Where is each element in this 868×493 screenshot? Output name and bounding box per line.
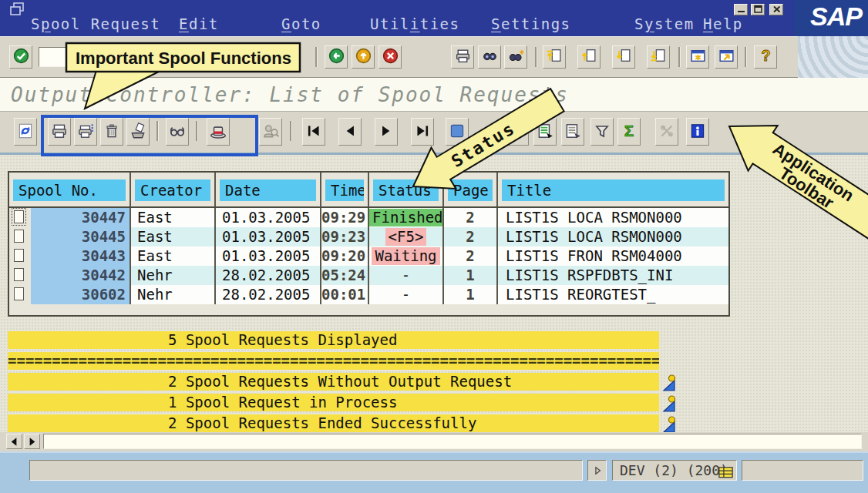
first-item-button[interactable] [302,118,325,146]
horizontal-scrollbar[interactable] [0,432,868,451]
spool-number[interactable]: 30602 [31,285,130,304]
page-down-button[interactable] [612,45,635,69]
cancel-button[interactable] [378,45,402,69]
row-select-checkbox[interactable] [14,268,24,281]
message-text: 1 Spool Request in Process [8,394,659,411]
services-list-icon[interactable] [718,464,733,477]
message-text: 2 Spool Requests Without Output Request [8,373,659,391]
spool-detail-person-icon[interactable] [662,395,678,413]
output-device-button[interactable] [207,118,230,146]
minimize-button[interactable] [734,4,748,15]
row-select-checkbox[interactable] [14,230,24,243]
close-button[interactable] [769,4,783,15]
display-details-icon [564,122,582,143]
spool-number[interactable]: 30442 [31,266,130,285]
spool-number[interactable]: 30443 [31,246,130,266]
column-header-page[interactable]: Page [444,173,498,206]
print-with-params-button[interactable] [74,118,97,146]
creator-cell: East [131,246,216,266]
delete-button[interactable] [100,118,123,146]
content-area: Spool No.CreatorDateTimeStatusPageTitle3… [0,155,868,432]
message-text: 5 Spool Requests Displayed [8,331,659,349]
sort-descending-button[interactable] [506,118,529,146]
date-cell: 01.03.2005 [216,208,321,227]
title-cell: LIST1S LOCA RSMON000 [498,227,728,246]
spool-detail-person-icon[interactable] [662,374,678,392]
menu-help[interactable]: Help [703,15,743,34]
menu-spool-request[interactable]: Spool Request [31,15,160,34]
close-icon [771,4,782,16]
status-badge: Finished [369,209,444,226]
menu-goto[interactable]: Goto [281,15,321,34]
command-field[interactable] [39,47,181,67]
spool-number[interactable]: 30447 [31,208,130,227]
new-session-button[interactable] [686,45,709,69]
display-list-button[interactable] [533,118,557,146]
table-row: 30447East01.03.200509:29Finished2LIST1S … [9,208,728,227]
row-select-checkbox[interactable] [14,210,24,223]
status-extra-field [742,460,863,481]
column-header-status[interactable]: Status [369,173,444,206]
minimize-icon [735,4,747,16]
status-expand-button[interactable] [587,460,607,481]
scroll-left-button[interactable] [6,434,22,449]
sum-button[interactable]: Σ [617,118,641,146]
page-cell: 2 [444,227,498,246]
column-header-spool-no-[interactable]: Spool No. [9,173,131,206]
print-button[interactable] [451,45,474,69]
column-header-time[interactable]: Time [321,173,369,206]
last-page-button[interactable] [647,45,670,69]
spool-number[interactable]: 30445 [31,227,130,246]
info-button[interactable] [686,118,709,146]
page-up-button[interactable] [577,45,601,69]
find-next-button[interactable] [504,45,527,69]
print-directly-button[interactable] [48,118,71,146]
table-row: 30443East01.03.200509:20Waiting2LIST1S F… [9,246,728,266]
help-icon: ? [757,47,775,67]
create-shortcut-button[interactable] [715,45,738,69]
menu-edit[interactable]: Edit [179,15,219,34]
display-list-icon [536,122,554,143]
toolbar-separator [290,121,291,141]
sap-gui-window: Spool RequestEditGotoUtilitiesSettingsSy… [0,0,868,493]
filter-button[interactable] [590,118,614,146]
column-header-creator[interactable]: Creator [131,173,216,206]
page-down-icon [615,47,633,67]
next-item-button[interactable] [375,118,398,146]
column-header-date[interactable]: Date [216,173,321,206]
toolbar-separator [535,47,537,67]
menu-utilities[interactable]: Utilities [370,15,459,34]
help-button[interactable]: ? [754,45,777,69]
back-button[interactable] [325,45,348,69]
disabled-action-icon [658,122,676,143]
title-cell: LIST1S REORGTEST_ [498,285,728,304]
insert-page-button[interactable] [126,118,150,146]
enter-button[interactable] [9,45,32,69]
page-up-icon [580,47,598,67]
menu-system[interactable]: System [634,15,695,34]
row-select-checkbox[interactable] [14,249,24,262]
spool-detail-person-icon[interactable] [662,416,678,434]
column-header-title[interactable]: Title [498,173,728,206]
last-page-icon [650,47,668,67]
first-item-icon [304,122,323,143]
refresh-button[interactable] [14,118,37,146]
sort-ascending-button[interactable] [446,118,469,146]
system-session-field[interactable]: DEV (2) (200) [612,460,737,481]
display-contents-button[interactable] [166,118,189,146]
next-item-icon [377,122,395,143]
find-button[interactable] [478,45,501,69]
last-item-button[interactable] [411,118,434,146]
window-system-icon[interactable] [9,2,26,17]
maximize-button[interactable] [751,4,765,15]
scrollbar-track[interactable] [43,434,862,449]
first-page-button[interactable] [543,45,566,69]
row-select-checkbox[interactable] [14,287,24,300]
previous-item-button[interactable] [338,118,362,146]
scroll-right-button[interactable] [24,434,40,449]
display-details-button[interactable] [561,118,584,146]
refresh-icon [16,122,35,143]
message-separator-row: ========================================… [8,352,701,370]
exit-button[interactable] [352,45,375,69]
menu-settings[interactable]: Settings [491,15,571,34]
